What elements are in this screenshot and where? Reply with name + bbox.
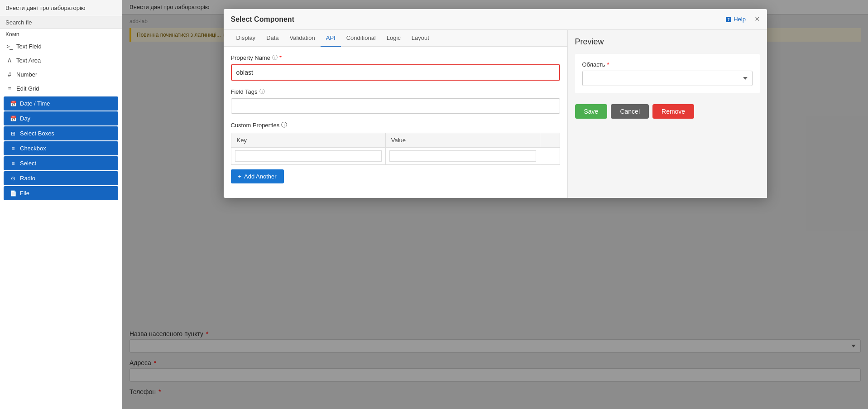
sidebar-item-label: Text Field: [16, 43, 42, 50]
add-another-label: Add Another: [244, 173, 277, 180]
sidebar-item-checkbox[interactable]: ≡ Checkbox: [4, 141, 118, 155]
preview-select[interactable]: [582, 71, 753, 86]
sidebar-item-label: File: [20, 190, 29, 197]
value-input[interactable]: [389, 150, 536, 162]
preview-title: Preview: [575, 37, 760, 47]
tab-display[interactable]: Display: [231, 30, 261, 47]
sidebar-item-text-area[interactable]: A Text Area: [0, 53, 122, 67]
custom-props-label-row: Custom Properties ⓘ: [231, 121, 560, 129]
field-tags-group: Field Tags ⓘ: [231, 88, 560, 114]
sidebar-item-label: Select: [20, 160, 36, 167]
custom-props-table: Key Value: [231, 133, 560, 165]
sidebar-item-label: Edit Grid: [16, 85, 39, 92]
add-another-icon: +: [238, 173, 242, 180]
field-tags-help-icon[interactable]: ⓘ: [259, 88, 265, 96]
action-cell: [540, 148, 560, 165]
key-column-header: Key: [231, 133, 385, 148]
sidebar-header: Внести дані про лабораторію: [0, 0, 122, 16]
modal-footer-buttons: Save Cancel Remove: [575, 104, 760, 119]
preview-field-label-text: Область: [582, 61, 605, 68]
property-name-input[interactable]: [231, 64, 560, 81]
field-tags-label-text: Field Tags: [231, 88, 258, 95]
modal-title: Select Component: [231, 15, 294, 24]
select-boxes-icon: ⊞: [9, 130, 17, 137]
key-cell: [231, 148, 385, 165]
main-area: Внести дані про лабораторію add-lab Пови…: [122, 0, 868, 409]
select-icon: ≡: [9, 160, 17, 167]
modal-close-button[interactable]: ×: [755, 14, 760, 24]
sidebar-item-select-boxes[interactable]: ⊞ Select Boxes: [4, 126, 118, 140]
modal-header: Select Component ? Help ×: [224, 9, 767, 30]
modal: Select Component ? Help ×: [224, 9, 767, 198]
preview-field-required-star: *: [607, 61, 609, 68]
checkbox-icon: ≡: [9, 145, 17, 152]
modal-form: Property Name ⓘ * Field Tags ⓘ: [224, 47, 567, 198]
property-name-help-icon[interactable]: ⓘ: [272, 54, 278, 62]
sidebar-item-text-field[interactable]: >_ Text Field: [0, 39, 122, 53]
komp-label: Комп: [0, 29, 122, 39]
text-field-icon: >_: [5, 43, 14, 50]
sidebar-header-text: Внести дані про лабораторію: [5, 5, 86, 11]
remove-button[interactable]: Remove: [652, 104, 694, 119]
sidebar-item-date-time[interactable]: 📅 Date / Time: [4, 96, 118, 111]
search-bar: Search fie: [0, 16, 122, 29]
modal-header-actions: ? Help ×: [725, 14, 759, 24]
preview-select-wrapper: [582, 71, 753, 86]
file-icon: 📄: [9, 190, 17, 197]
tab-logic[interactable]: Logic: [381, 30, 406, 47]
svg-text:?: ?: [727, 17, 730, 22]
sidebar-item-label: Select Boxes: [20, 130, 54, 137]
radio-icon: ⊙: [9, 175, 17, 182]
preview-content: Область *: [575, 54, 760, 93]
table-row: [231, 148, 560, 165]
field-tags-input[interactable]: [231, 98, 560, 114]
sidebar-item-file[interactable]: 📄 File: [4, 186, 118, 200]
property-name-group: Property Name ⓘ *: [231, 54, 560, 81]
date-time-icon: 📅: [9, 101, 17, 107]
sidebar-item-radio[interactable]: ⊙ Radio: [4, 171, 118, 185]
edit-grid-icon: ≡: [5, 86, 14, 92]
modal-help-link[interactable]: ? Help: [725, 16, 746, 23]
property-name-required-star: *: [279, 54, 282, 61]
property-name-label-row: Property Name ⓘ *: [231, 54, 560, 62]
key-input[interactable]: [235, 150, 382, 162]
sidebar-item-label: Number: [16, 71, 37, 78]
sidebar-item-label: Date / Time: [20, 100, 50, 107]
custom-props-help-icon[interactable]: ⓘ: [281, 121, 287, 129]
sidebar-item-number[interactable]: # Number: [0, 67, 122, 82]
actions-column-header: [540, 133, 560, 148]
search-label: Search fie: [5, 19, 32, 26]
tab-api[interactable]: API: [321, 30, 341, 47]
field-tags-label-row: Field Tags ⓘ: [231, 88, 560, 96]
sidebar-item-select[interactable]: ≡ Select: [4, 156, 118, 170]
help-icon: ?: [725, 16, 732, 23]
tab-layout[interactable]: Layout: [406, 30, 435, 47]
value-cell: [385, 148, 540, 165]
sidebar-item-day[interactable]: 📅 Day: [4, 111, 118, 125]
tab-conditional[interactable]: Conditional: [341, 30, 381, 47]
modal-overlay: Select Component ? Help ×: [122, 0, 868, 409]
sidebar-item-label: Day: [20, 115, 30, 122]
modal-tabs: Display Data Validation API Conditional: [224, 30, 567, 47]
modal-right-panel: Preview Область * Save Cancel: [568, 30, 767, 198]
preview-field-label-row: Область *: [582, 61, 753, 68]
sidebar-item-label: Radio: [20, 175, 35, 182]
custom-properties-group: Custom Properties ⓘ Key Value: [231, 121, 560, 183]
sidebar-item-label: Text Area: [16, 57, 41, 64]
sidebar-item-label: Checkbox: [20, 145, 46, 152]
sidebar-item-edit-grid[interactable]: ≡ Edit Grid: [0, 82, 122, 96]
modal-body: Display Data Validation API Conditional: [224, 30, 767, 198]
property-name-label-text: Property Name: [231, 54, 270, 61]
modal-left-panel: Display Data Validation API Conditional: [224, 30, 568, 198]
tab-validation[interactable]: Validation: [284, 30, 321, 47]
custom-props-label-text: Custom Properties: [231, 122, 280, 129]
day-icon: 📅: [9, 115, 17, 122]
value-column-header: Value: [385, 133, 540, 148]
tab-data[interactable]: Data: [261, 30, 284, 47]
text-area-icon: A: [5, 58, 14, 64]
number-icon: #: [5, 72, 14, 78]
sidebar: Внести дані про лабораторію Search fie К…: [0, 0, 122, 409]
cancel-button[interactable]: Cancel: [611, 104, 649, 119]
save-button[interactable]: Save: [575, 104, 608, 119]
add-another-button[interactable]: + Add Another: [231, 169, 284, 183]
